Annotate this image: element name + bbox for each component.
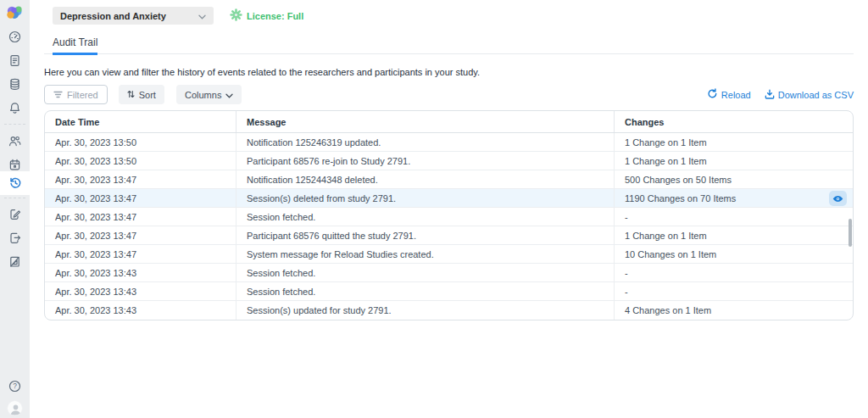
cell-date-time: Apr. 30, 2023 13:47 [45, 170, 236, 188]
cell-changes: 1 Change on 1 Item [614, 226, 853, 244]
table-row[interactable]: Apr. 30, 2023 13:43Session(s) updated fo… [45, 301, 853, 320]
page-description: Here you can view and filter the history… [44, 67, 480, 77]
filtered-button[interactable]: Filtered [44, 85, 108, 104]
cell-changes: 1 Change on 1 Item [614, 152, 853, 170]
table-row[interactable]: Apr. 30, 2023 13:50Notification 12524631… [45, 133, 853, 152]
table-row[interactable]: Apr. 30, 2023 13:50Participant 68576 re-… [45, 152, 853, 170]
brain-logo[interactable] [0, 5, 30, 21]
study-selector-value: Depression and Anxiety [60, 11, 198, 21]
cell-date-time: Apr. 30, 2023 13:47 [45, 189, 236, 207]
cell-changes: - [614, 208, 853, 226]
cell-message: Notification 125244348 deleted. [236, 170, 614, 188]
cell-message: Session(s) deleted from study 2791. [236, 189, 614, 207]
chevron-down-icon [198, 9, 206, 22]
cell-date-time: Apr. 30, 2023 13:50 [45, 152, 236, 170]
cell-changes: 1 Change on 1 Item [614, 133, 853, 151]
cell-changes: 10 Changes on 1 Item [614, 245, 853, 263]
main-content: Depression and Anxiety License: Full Aud… [30, 0, 868, 418]
audit-table: Date Time Message Changes Apr. 30, 2023 … [44, 110, 854, 320]
sort-button[interactable]: Sort [119, 85, 164, 104]
license-badge: License: Full [230, 8, 303, 23]
reload-label: Reload [721, 90, 751, 100]
cell-date-time: Apr. 30, 2023 13:50 [45, 133, 236, 151]
cell-message: System message for Reload Studies create… [236, 245, 614, 263]
sidebar-divider [4, 198, 25, 198]
reload-icon [707, 88, 718, 101]
table-row[interactable]: Apr. 30, 2023 13:47Session fetched.- [45, 208, 853, 226]
cell-date-time: Apr. 30, 2023 13:47 [45, 208, 236, 226]
cell-message: Participant 68576 re-join to Study 2791. [236, 152, 614, 170]
cell-date-time: Apr. 30, 2023 13:43 [45, 282, 236, 300]
user-avatar[interactable] [0, 396, 30, 418]
sidebar-item-export[interactable] [0, 226, 30, 249]
cell-changes: 1190 Changes on 70 Items [614, 189, 853, 207]
database-icon [8, 78, 21, 91]
table-row[interactable]: Apr. 30, 2023 13:47Participant 68576 qui… [45, 226, 853, 245]
download-label: Download as CSV [778, 90, 854, 100]
cell-message: Session fetched. [236, 282, 614, 300]
table-header-row: Date Time Message Changes [45, 111, 853, 133]
design-document-icon [8, 255, 21, 268]
sidebar-item-design[interactable] [0, 249, 30, 273]
table-scrollbar-thumb[interactable] [849, 219, 852, 247]
chevron-down-icon [225, 90, 233, 100]
sort-label: Sort [139, 90, 156, 100]
help-icon: ? [8, 380, 21, 393]
cell-message: Participant 68576 quitted the study 2791… [236, 226, 614, 244]
study-selector-dropdown[interactable]: Depression and Anxiety [53, 7, 214, 25]
table-row[interactable]: Apr. 30, 2023 13:47Session(s) deleted fr… [45, 189, 853, 208]
sidebar-divider [4, 124, 25, 125]
tab-audit-trail[interactable]: Audit Trail [53, 31, 97, 55]
table-row[interactable]: Apr. 30, 2023 13:47System message for Re… [45, 245, 853, 264]
sort-arrows-icon [127, 90, 135, 100]
svg-text:?: ? [13, 382, 17, 390]
table-body: Apr. 30, 2023 13:50Notification 12524631… [45, 133, 853, 320]
sidebar-item-audit-trail[interactable] [0, 171, 30, 195]
sidebar-item-help[interactable]: ? [0, 374, 30, 398]
reload-button[interactable]: Reload [707, 88, 751, 101]
cell-date-time: Apr. 30, 2023 13:43 [45, 264, 236, 281]
cell-date-time: Apr. 30, 2023 13:43 [45, 301, 236, 320]
sidebar-item-reports[interactable] [0, 48, 30, 72]
tabs-bar: Audit Trail [44, 31, 854, 54]
cell-changes: 4 Changes on 1 Item [614, 301, 853, 320]
audit-history-icon [8, 176, 22, 190]
table-row[interactable]: Apr. 30, 2023 13:47Notification 12524434… [45, 170, 853, 189]
cell-date-time: Apr. 30, 2023 13:47 [45, 226, 236, 244]
report-document-icon [8, 54, 21, 67]
export-document-icon [8, 231, 21, 244]
sidebar-item-participants[interactable] [0, 129, 30, 153]
notifications-bell-icon [8, 102, 21, 114]
download-csv-button[interactable]: Download as CSV [765, 89, 854, 101]
sidebar-item-database[interactable] [0, 72, 30, 96]
cell-message: Notification 125246319 updated. [236, 133, 614, 151]
cell-date-time: Apr. 30, 2023 13:47 [45, 245, 236, 263]
column-header-message[interactable]: Message [236, 111, 614, 132]
consent-edit-icon [8, 208, 21, 220]
cell-message: Session fetched. [236, 208, 614, 226]
table-row[interactable]: Apr. 30, 2023 13:43Session fetched.- [45, 282, 853, 301]
cell-changes: - [614, 282, 853, 300]
download-icon [765, 89, 775, 101]
dashboard-gauge-icon [8, 31, 21, 43]
participants-users-icon [8, 135, 21, 148]
columns-label: Columns [185, 90, 221, 100]
calendar-icon [8, 159, 21, 171]
cell-message: Session(s) updated for study 2791. [236, 301, 614, 320]
user-avatar-icon [7, 400, 23, 416]
filter-icon [53, 90, 63, 100]
sidebar-item-dashboard[interactable] [0, 25, 30, 48]
table-row[interactable]: Apr. 30, 2023 13:43Session fetched.- [45, 264, 853, 282]
cell-changes: - [614, 264, 853, 281]
sidebar-item-consent[interactable] [0, 202, 30, 226]
cell-message: Session fetched. [236, 264, 614, 281]
column-header-date-time[interactable]: Date Time [45, 111, 236, 132]
sidebar-item-notifications[interactable] [0, 96, 30, 120]
cell-changes: 500 Changes on 50 Items [614, 170, 853, 188]
columns-button[interactable]: Columns [176, 85, 242, 104]
view-changes-button[interactable] [829, 191, 847, 206]
toolbar: Filtered Sort Columns Reload [44, 85, 854, 104]
filtered-label: Filtered [67, 90, 98, 100]
column-header-changes[interactable]: Changes [614, 111, 853, 132]
license-label: License: Full [247, 11, 303, 21]
